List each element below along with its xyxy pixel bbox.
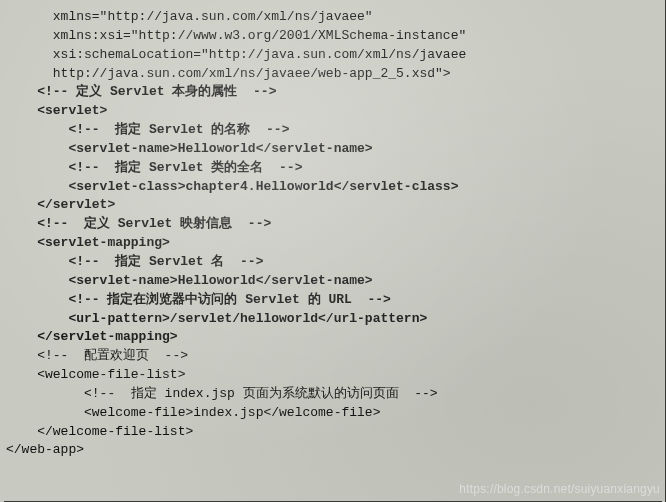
- code-line: http://java.sun.com/xml/ns/javaee/web-ap…: [6, 66, 451, 81]
- code-line: xmlns:xsi="http://www.w3.org/2001/XMLSch…: [6, 28, 466, 43]
- watermark: https://blog.csdn.net/suiyuanxiangyu: [459, 481, 660, 498]
- code-line: </servlet-mapping>: [6, 329, 178, 344]
- code-line: </servlet>: [6, 197, 115, 212]
- code-line: <!-- 指定 Servlet 名 -->: [6, 254, 263, 269]
- code-line: </web-app>: [6, 442, 84, 457]
- code-line: <servlet-class>chapter4.Helloworld</serv…: [6, 179, 458, 194]
- code-line: <!-- 指定 Servlet 类的全名 -->: [6, 160, 302, 175]
- code-line: <servlet-name>Helloworld</servlet-name>: [6, 141, 373, 156]
- code-line: <welcome-file>index.jsp</welcome-file>: [6, 405, 380, 420]
- code-line: </welcome-file-list>: [6, 424, 193, 439]
- code-line: <!-- 指定在浏览器中访问的 Servlet 的 URL -->: [6, 292, 391, 307]
- code-line: <!-- 定义 Servlet 映射信息 -->: [6, 216, 271, 231]
- code-line: <servlet-mapping>: [6, 235, 170, 250]
- code-line: <!-- 配置欢迎页 -->: [6, 348, 188, 363]
- code-line: xmlns="http://java.sun.com/xml/ns/javaee…: [6, 9, 373, 24]
- code-line: xsi:schemaLocation="http://java.sun.com/…: [6, 47, 466, 62]
- code-line: <!-- 指定 index.jsp 页面为系统默认的访问页面 -->: [6, 386, 438, 401]
- code-line: <!-- 定义 Servlet 本身的属性 -->: [6, 84, 276, 99]
- code-line: <servlet-name>Helloworld</servlet-name>: [6, 273, 373, 288]
- code-line: <servlet>: [6, 103, 107, 118]
- code-line: <url-pattern>/servlet/helloworld</url-pa…: [6, 311, 427, 326]
- code-line: <!-- 指定 Servlet 的名称 -->: [6, 122, 289, 137]
- code-line: <welcome-file-list>: [6, 367, 185, 382]
- code-block: xmlns="http://java.sun.com/xml/ns/javaee…: [6, 8, 666, 460]
